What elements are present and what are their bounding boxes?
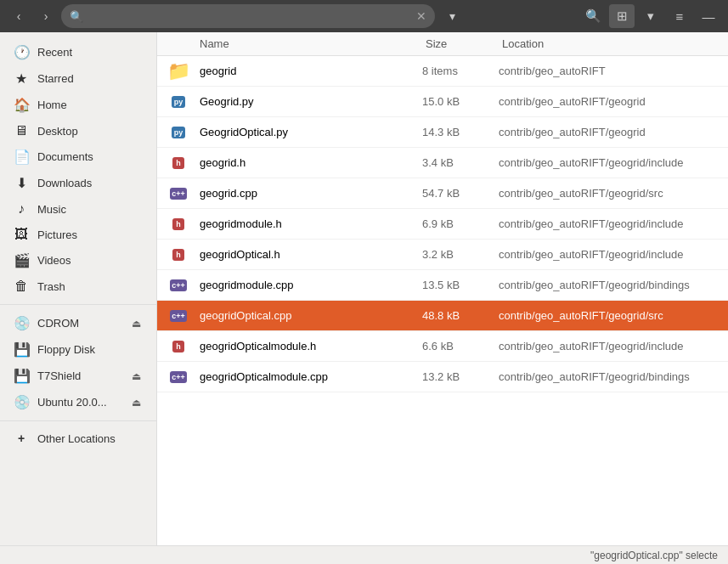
table-row[interactable]: h geogridOpticalmodule.h 6.6 kB contrib/… [157, 331, 728, 362]
t7shield-icon: 💾 [14, 368, 29, 384]
sidebar-item-videos[interactable]: 🎬 Videos [3, 248, 153, 273]
file-size: 6.6 kB [422, 340, 499, 352]
file-icon-cell: h [157, 341, 200, 352]
trash-icon: 🗑 [14, 279, 29, 294]
table-row[interactable]: py Geogrid.py 15.0 kB contrib/geo_autoRI… [157, 87, 728, 117]
recent-icon: 🕐 [14, 44, 29, 60]
file-name: geogridOpticalmodule.h [200, 340, 422, 352]
sidebar-item-other-locations[interactable]: + Other Locations [3, 427, 153, 449]
cpp-icon: c++ [170, 371, 187, 383]
file-location: contrib/geo_autoRIFT/geogrid/src [499, 309, 728, 322]
table-row[interactable]: py GeogridOptical.py 14.3 kB contrib/geo… [157, 117, 728, 148]
sidebar: 🕐 Recent ★ Starred 🏠 Home 🖥 Desktop 📄 Do… [0, 32, 157, 545]
main-area: 🕐 Recent ★ Starred 🏠 Home 🖥 Desktop 📄 Do… [0, 32, 728, 545]
column-header-name: Name [157, 37, 426, 50]
sidebar-item-home[interactable]: 🏠 Home [3, 93, 153, 117]
table-row[interactable]: c++ geogridmodule.cpp 13.5 kB contrib/ge… [157, 270, 728, 301]
search-input[interactable]: geog [88, 10, 411, 23]
sidebar-item-label: Other Locations [37, 432, 143, 445]
file-size: 8 items [422, 65, 499, 77]
table-row[interactable]: h geogrid.h 3.4 kB contrib/geo_autoRIFT/… [157, 148, 728, 178]
sidebar-item-cdrom[interactable]: 💿 CDROM ⏏ [3, 311, 153, 336]
minimize-button[interactable]: — [696, 4, 721, 28]
eject-cdrom-button[interactable]: ⏏ [130, 316, 143, 331]
sidebar-item-ubuntu[interactable]: 💿 Ubuntu 20.0... ⏏ [3, 390, 153, 415]
file-icon-cell: h [157, 218, 200, 230]
file-name: geogrid.cpp [200, 187, 422, 200]
sidebar-item-label: Music [37, 203, 143, 216]
file-icon-cell: py [157, 127, 200, 138]
sidebar-item-label: Home [37, 99, 143, 111]
file-icon-cell: c++ [157, 188, 200, 200]
nav-forward-button[interactable]: › [34, 4, 58, 28]
ubuntu-icon: 💿 [14, 394, 29, 410]
search-toggle-button[interactable]: 🔍 [580, 4, 606, 28]
sidebar-item-desktop[interactable]: 🖥 Desktop [3, 119, 153, 143]
table-row[interactable]: h geogridmodule.h 6.9 kB contrib/geo_aut… [157, 209, 728, 240]
table-row[interactable]: h geogridOptical.h 3.2 kB contrib/geo_au… [157, 240, 728, 270]
file-location: contrib/geo_autoRIFT/geogrid [499, 126, 728, 138]
status-text: "geogridOptical.cpp" selecte [590, 550, 718, 561]
pictures-icon: 🖼 [14, 227, 29, 242]
view-options-button[interactable]: ▾ [638, 4, 663, 28]
videos-icon: 🎬 [14, 252, 29, 268]
file-name: geogrid [200, 65, 422, 77]
file-location: contrib/geo_autoRIFT/geogrid/bindings [499, 370, 728, 383]
file-name: geogridOpticalmodule.cpp [200, 370, 422, 383]
star-icon: ★ [14, 70, 29, 87]
file-name: geogridOptical.cpp [200, 309, 422, 322]
sidebar-item-label: Trash [37, 280, 143, 293]
sidebar-item-music[interactable]: ♪ Music [3, 197, 153, 221]
file-size: 13.5 kB [422, 279, 499, 291]
file-location: contrib/geo_autoRIFT [499, 65, 728, 77]
sidebar-item-t7shield[interactable]: 💾 T7Shield ⏏ [3, 364, 153, 388]
file-icon-cell: 📁 [157, 60, 200, 82]
header-icon: h [172, 341, 184, 352]
floppy-icon: 💾 [14, 341, 29, 358]
sidebar-item-pictures[interactable]: 🖼 Pictures [3, 223, 153, 246]
file-size: 14.3 kB [422, 126, 499, 138]
table-row[interactable]: c++ geogrid.cpp 54.7 kB contrib/geo_auto… [157, 178, 728, 209]
sidebar-item-recent[interactable]: 🕐 Recent [3, 40, 153, 65]
search-dropdown-button[interactable]: ▾ [440, 4, 464, 28]
eject-t7shield-button[interactable]: ⏏ [130, 369, 143, 384]
search-clear-button[interactable]: ✕ [416, 10, 426, 22]
file-location: contrib/geo_autoRIFT/geogrid/include [499, 248, 728, 261]
file-icon-cell: c++ [157, 371, 200, 383]
sidebar-item-documents[interactable]: 📄 Documents [3, 144, 153, 169]
sidebar-item-label: CDROM [37, 317, 121, 330]
cpp-icon: c++ [170, 310, 187, 322]
sidebar-item-label: Ubuntu 20.0... [37, 396, 121, 409]
file-location: contrib/geo_autoRIFT/geogrid [499, 95, 728, 108]
menu-button[interactable]: ≡ [667, 4, 692, 28]
desktop-icon: 🖥 [14, 123, 29, 138]
table-row[interactable]: c++ geogridOptical.cpp 48.8 kB contrib/g… [157, 301, 728, 331]
file-icon-cell: c++ [157, 279, 200, 291]
table-row[interactable]: c++ geogridOpticalmodule.cpp 13.2 kB con… [157, 362, 728, 392]
sidebar-item-label: Videos [37, 254, 143, 267]
file-size: 3.4 kB [422, 156, 499, 169]
view-grid-button[interactable]: ⊞ [609, 4, 635, 28]
header-icon: h [172, 157, 184, 169]
file-size: 3.2 kB [422, 248, 499, 261]
table-row[interactable]: 📁 geogrid 8 items contrib/geo_autoRIFT [157, 56, 728, 87]
sidebar-item-trash[interactable]: 🗑 Trash [3, 274, 153, 298]
status-bar: "geogridOptical.cpp" selecte [0, 545, 728, 564]
nav-back-button[interactable]: ‹ [7, 4, 31, 28]
file-name: geogridOptical.h [200, 248, 422, 261]
header-icon: h [172, 218, 184, 230]
eject-ubuntu-button[interactable]: ⏏ [130, 395, 143, 410]
sidebar-item-label: Downloads [37, 177, 143, 189]
file-list: 📁 geogrid 8 items contrib/geo_autoRIFT p… [157, 56, 728, 545]
cpp-icon: c++ [170, 279, 187, 291]
sidebar-item-floppy[interactable]: 💾 Floppy Disk [3, 337, 153, 362]
sidebar-item-starred[interactable]: ★ Starred [3, 66, 153, 91]
column-header-size: Size [426, 37, 502, 50]
file-location: contrib/geo_autoRIFT/geogrid/include [499, 217, 728, 230]
search-icon: 🔍 [70, 10, 83, 23]
titlebar: ‹ › 🔍 geog ✕ ▾ 🔍 ⊞ ▾ ≡ — [0, 0, 728, 32]
file-size: 13.2 kB [422, 370, 499, 383]
column-header-location: Location [502, 37, 728, 50]
sidebar-item-label: T7Shield [37, 369, 121, 382]
sidebar-item-downloads[interactable]: ⬇ Downloads [3, 171, 153, 195]
